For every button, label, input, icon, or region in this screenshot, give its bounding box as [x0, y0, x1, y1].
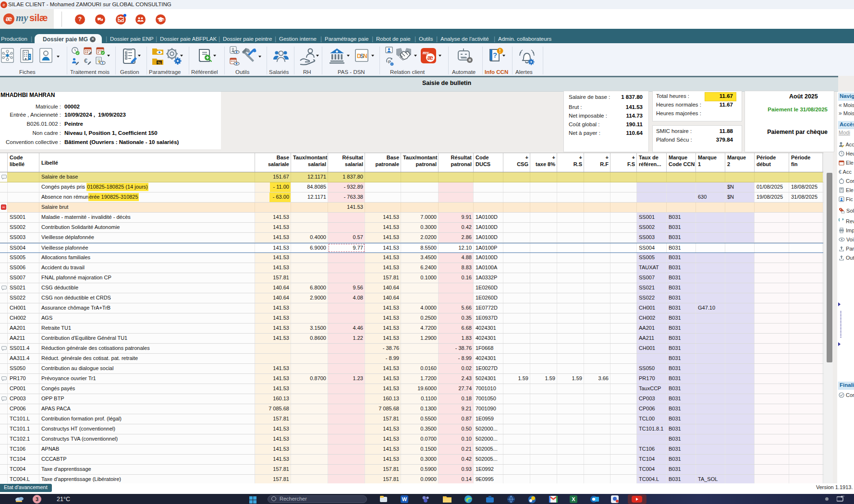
svg-text:N: N [363, 53, 367, 60]
svg-text:P: P [388, 60, 391, 64]
svg-text:%: % [158, 60, 161, 65]
svg-text:€: € [84, 57, 87, 64]
svg-text:?: ? [493, 51, 497, 59]
svg-text:æ: æ [427, 54, 433, 61]
svg-text:!: ! [499, 48, 500, 54]
